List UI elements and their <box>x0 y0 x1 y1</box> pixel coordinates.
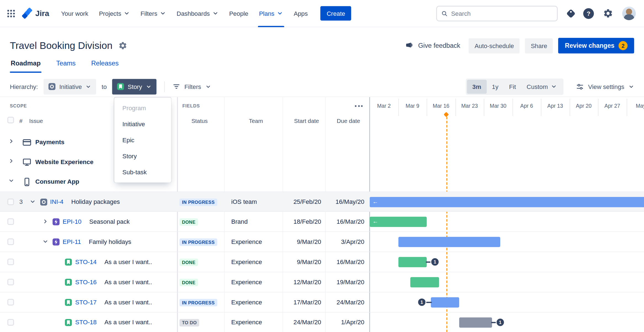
issue-row-ini-4[interactable]: 3INI-4Holiday packagesIN PROGRESSiOS tea… <box>0 192 644 212</box>
date-label: Apr 20 <box>570 103 598 109</box>
nav-item-people[interactable]: People <box>224 0 254 27</box>
gantt-bar[interactable] <box>398 257 427 267</box>
gantt-bar[interactable] <box>459 317 492 328</box>
scope-section-label: SCOPE <box>10 103 27 108</box>
row-checkbox[interactable] <box>7 299 14 305</box>
hierarchy-to-select[interactable]: Story <box>112 79 156 94</box>
dropdown-item-initiative[interactable]: Initiative <box>114 116 171 132</box>
chevron-down-icon[interactable] <box>30 199 36 205</box>
group-row-payments[interactable]: Payments <box>0 133 644 152</box>
dependency-badge[interactable]: 1 <box>417 298 426 307</box>
share-button[interactable]: Share <box>525 38 553 53</box>
nav-item-label: Filters <box>140 10 157 17</box>
tab-teams[interactable]: Teams <box>55 57 76 72</box>
row-checkbox[interactable] <box>7 199 14 205</box>
group-name: Website Experience <box>35 158 94 165</box>
group-name: Consumer App <box>35 178 79 185</box>
tag-icon[interactable] <box>566 9 576 18</box>
issue-row-sto-14[interactable]: STO-14As a user I want..DONEExperience9/… <box>0 252 644 272</box>
dropdown-item-story[interactable]: Story <box>114 148 171 164</box>
create-button[interactable]: Create <box>321 6 352 20</box>
search-box[interactable] <box>436 6 558 21</box>
team-cell: Experience <box>231 319 262 326</box>
issue-key[interactable]: STO-18 <box>75 319 97 326</box>
hierarchy-from-select[interactable]: Initiative <box>44 79 96 94</box>
select-all-checkbox[interactable] <box>7 117 14 123</box>
review-changes-button[interactable]: Review changes 2 <box>558 38 634 54</box>
help-icon[interactable] <box>583 8 594 19</box>
group-row-consumer-app[interactable]: Consumer App <box>0 172 644 192</box>
issue-key[interactable]: STO-16 <box>75 278 97 285</box>
issue-key[interactable]: EPI-11 <box>63 238 81 245</box>
gantt-bar[interactable]: ← <box>370 197 644 207</box>
dropdown-item-program[interactable]: Program <box>114 100 171 116</box>
issue-row-epi-10[interactable]: EPI-10Seasonal packDONEBrand18/Feb/2016/… <box>0 212 644 232</box>
today-marker[interactable] <box>443 112 449 117</box>
user-avatar[interactable] <box>622 7 636 20</box>
nav-item-label: Plans <box>259 10 275 17</box>
app-switcher-button[interactable] <box>4 6 18 20</box>
zoom-option-1y[interactable]: 1y <box>486 80 504 94</box>
epic-icon <box>53 218 60 225</box>
filters-button[interactable]: Filters <box>172 83 211 90</box>
row-checkbox[interactable] <box>7 218 14 225</box>
group-row-website-experience[interactable]: Website Experience <box>0 152 644 172</box>
date-label: Apr 6 <box>512 103 541 109</box>
nav-item-projects[interactable]: Projects <box>94 0 135 27</box>
zoom-option-fit[interactable]: Fit <box>504 80 521 94</box>
nav-item-plans[interactable]: Plans <box>254 0 288 27</box>
jira-logo[interactable]: Jira <box>21 8 49 19</box>
settings-gear-icon[interactable] <box>603 8 613 19</box>
chevron-right-icon[interactable] <box>8 158 14 164</box>
issue-key[interactable]: STO-17 <box>75 299 97 305</box>
chevron-down-icon[interactable] <box>8 178 14 184</box>
issue-key[interactable]: EPI-10 <box>63 218 81 225</box>
tab-releases[interactable]: Releases <box>91 57 119 72</box>
row-checkbox[interactable] <box>7 259 14 265</box>
row-checkbox[interactable] <box>7 238 14 245</box>
zoom-option-custom[interactable]: Custom <box>521 80 562 94</box>
jira-logo-icon <box>21 8 32 19</box>
nav-item-apps[interactable]: Apps <box>288 0 313 27</box>
view-settings-button[interactable]: View settings <box>576 82 634 91</box>
plan-tabs: RoadmapTeamsReleases <box>10 57 119 72</box>
column-header-start-date: Start date <box>294 118 319 124</box>
chevron-right-icon[interactable] <box>8 138 14 144</box>
initiative-icon <box>40 199 47 205</box>
issue-key[interactable]: INI-4 <box>50 198 63 205</box>
issue-row-sto-16[interactable]: STO-16As a user I want..DONEExperience12… <box>0 272 644 292</box>
nav-item-dashboards[interactable]: Dashboards <box>171 0 224 27</box>
search-input[interactable] <box>451 10 553 17</box>
auto-schedule-button[interactable]: Auto-schedule <box>469 38 520 53</box>
due-date-cell: 16/Mar/20 <box>327 258 364 265</box>
issue-row-sto-17[interactable]: STO-17As a user I want..IN PROGRESSExper… <box>0 292 644 312</box>
issue-row-epi-11[interactable]: EPI-11Family holidaysIN PROGRESSExperien… <box>0 232 644 252</box>
give-feedback-button[interactable]: Give feedback <box>405 41 460 50</box>
gantt-bar[interactable] <box>431 297 459 307</box>
gantt-bar[interactable] <box>410 277 439 287</box>
nav-item-filters[interactable]: Filters <box>135 0 171 27</box>
dependency-badge[interactable]: 1 <box>430 257 440 267</box>
gantt-bar[interactable]: ← <box>370 217 427 227</box>
chevron-down-icon[interactable] <box>42 238 48 244</box>
chevron-right-icon[interactable] <box>42 218 48 224</box>
row-checkbox[interactable] <box>7 279 14 285</box>
gantt-bar[interactable] <box>398 237 500 247</box>
zoom-option-3m[interactable]: 3m <box>467 80 486 94</box>
start-date-cell: 25/Feb/20 <box>284 198 321 205</box>
chevron-down-icon <box>205 84 211 89</box>
nav-item-your-work[interactable]: Your work <box>56 0 94 27</box>
plan-settings-gear-icon[interactable] <box>118 41 127 50</box>
row-checkbox[interactable] <box>7 319 14 326</box>
issue-key[interactable]: STO-14 <box>75 258 97 265</box>
tab-roadmap[interactable]: Roadmap <box>10 57 41 72</box>
issue-row-sto-18[interactable]: STO-18As a user I want..TO DOExperience2… <box>0 312 644 332</box>
dropdown-item-sub-task[interactable]: Sub-task <box>114 164 171 180</box>
header-actions: Give feedback Auto-schedule Share Review… <box>405 38 634 54</box>
fields-more-button[interactable] <box>352 103 365 109</box>
timeline-lane <box>370 232 644 252</box>
dropdown-item-epic[interactable]: Epic <box>114 132 171 148</box>
dependency-badge[interactable]: 1 <box>496 318 505 327</box>
date-label: Mar 2 <box>370 103 398 109</box>
app-switcher-icon <box>7 10 15 17</box>
